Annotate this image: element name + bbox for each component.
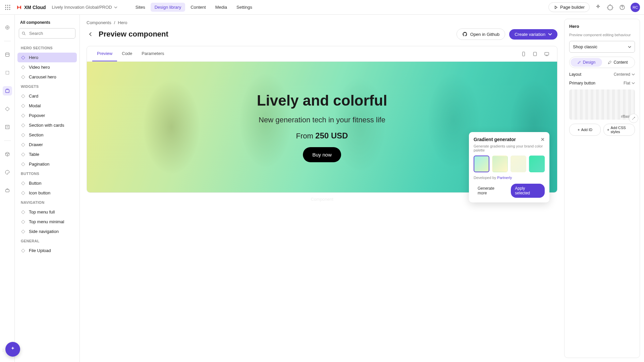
user-avatar[interactable]: RC	[631, 3, 640, 12]
tab-content[interactable]: Content	[602, 58, 634, 67]
item-hero[interactable]: Hero	[17, 53, 77, 62]
item-card[interactable]: Card	[17, 91, 77, 101]
create-variation-button[interactable]: Create variation	[509, 29, 557, 40]
topbar: XM Cloud Lively Innovation Global/PROD S…	[0, 0, 644, 15]
help-icon[interactable]	[619, 4, 626, 11]
svg-rect-24	[533, 52, 536, 56]
item-popover[interactable]: Popover	[17, 111, 77, 120]
chevron-down-icon	[548, 32, 552, 36]
breadcrumb-components[interactable]: Components	[87, 20, 111, 25]
page-builder-icon	[553, 5, 558, 10]
section-hero-header: HERO SECTIONS	[17, 43, 77, 53]
nav-design-library[interactable]: Design library	[151, 3, 185, 12]
svg-rect-15	[6, 71, 9, 74]
svg-rect-13	[5, 53, 9, 57]
gradient-generator-popover: Gradient generator ✕ Generate gradients …	[469, 132, 549, 202]
item-top-menu-minimal[interactable]: Top menu minimal	[17, 217, 77, 227]
item-table[interactable]: Table	[17, 149, 77, 159]
item-top-menu-full[interactable]: Top menu full	[17, 207, 77, 217]
item-icon-button[interactable]: Icon button	[17, 188, 77, 198]
item-video-hero[interactable]: Video hero	[17, 62, 77, 72]
partner-link[interactable]: Partnerly	[497, 176, 512, 180]
preset-select[interactable]: Shop classic	[569, 41, 635, 53]
inspector-title: Hero	[569, 24, 635, 29]
open-github-button[interactable]: Open in Github	[457, 28, 505, 40]
project-selector[interactable]: Lively Innovation Global/PROD	[52, 5, 117, 10]
gradient-swatch-4[interactable]	[529, 156, 545, 172]
chevron-down-icon	[114, 6, 117, 9]
gradient-swatch-2[interactable]	[492, 156, 508, 172]
rail-layout-icon[interactable]	[3, 50, 12, 59]
product-logo[interactable]: XM Cloud	[16, 4, 46, 10]
popover-title: Gradient generator	[474, 137, 516, 142]
close-icon[interactable]: ✕	[541, 137, 545, 142]
nav-media[interactable]: Media	[211, 3, 231, 12]
rail-palette-icon[interactable]	[3, 168, 12, 177]
nav-content[interactable]: Content	[186, 3, 210, 12]
item-modal[interactable]: Modal	[17, 101, 77, 111]
svg-line-22	[24, 34, 25, 35]
add-css-button[interactable]: +Add CSS styles	[603, 124, 635, 136]
item-section[interactable]: Section	[17, 130, 77, 140]
all-components-title: All components	[17, 19, 77, 28]
nav-settings[interactable]: Settings	[232, 3, 256, 12]
viewport-desktop-icon[interactable]	[544, 51, 550, 57]
item-drawer[interactable]: Drawer	[17, 140, 77, 149]
viewport-mobile-icon[interactable]	[521, 51, 526, 57]
breadcrumb-hero[interactable]: Hero	[118, 20, 127, 25]
item-carousel-hero[interactable]: Carousel hero	[17, 72, 77, 82]
item-section-cards[interactable]: Section with cards	[17, 120, 77, 130]
svg-point-8	[9, 9, 10, 10]
section-buttons-header: BUTTONS	[17, 169, 77, 178]
nav-sites[interactable]: Sites	[131, 3, 149, 12]
inspector-panel: Hero Preview component editing behaviour…	[564, 19, 640, 358]
tab-parameters[interactable]: Parameters	[137, 46, 169, 61]
svg-point-10	[622, 8, 623, 9]
item-file-upload[interactable]: File Upload	[17, 246, 77, 255]
tab-preview[interactable]: Preview	[92, 46, 117, 61]
generate-more-button[interactable]: Generate more	[474, 184, 508, 198]
prop-layout[interactable]: Layout Centered	[569, 72, 635, 77]
magic-wand-icon[interactable]	[629, 114, 638, 123]
gradient-swatch-3[interactable]	[511, 156, 526, 172]
rail-home-icon[interactable]	[3, 23, 12, 32]
item-pagination[interactable]: Pagination	[17, 159, 77, 169]
popover-subtitle: Generate gradients using your brand colo…	[474, 144, 545, 152]
prop-primary-button[interactable]: Primary button Flat	[569, 81, 635, 85]
section-navigation-header: NAVIGATION	[17, 198, 77, 207]
inspector-tabs: Design Content	[569, 57, 635, 68]
apply-selected-button[interactable]: Apply selected	[511, 184, 545, 198]
image-thumbnail[interactable]: r/Basi…	[569, 89, 635, 120]
tab-design[interactable]: Design	[571, 58, 602, 67]
page-builder-button[interactable]: Page builder	[548, 2, 590, 12]
rail-diamond-icon[interactable]	[3, 104, 12, 114]
svg-rect-16	[5, 89, 9, 93]
svg-point-6	[5, 9, 6, 10]
apps-grid-icon[interactable]	[4, 4, 11, 11]
rail-list-icon[interactable]	[3, 122, 12, 132]
assistant-fab[interactable]	[5, 342, 20, 357]
item-side-navigation[interactable]: Side navigation	[17, 227, 77, 236]
rail-frame-icon[interactable]	[3, 68, 12, 77]
rail-briefcase-icon[interactable]	[3, 186, 12, 195]
svg-point-0	[5, 5, 6, 6]
viewport-tablet-icon[interactable]	[532, 51, 538, 57]
section-general-header: GENERAL	[17, 236, 77, 246]
tab-code[interactable]: Code	[117, 46, 137, 61]
svg-point-4	[7, 7, 8, 8]
item-button[interactable]: Button	[17, 178, 77, 188]
developed-by: Developed by Partnerly	[474, 176, 545, 180]
hero-subtitle: New generation tech in your fitness life	[259, 116, 385, 124]
extension-icon[interactable]	[606, 4, 614, 11]
hero-buy-button[interactable]: Buy now	[303, 147, 341, 162]
sparkle-icon[interactable]	[594, 4, 602, 11]
gradient-swatch-1[interactable]	[474, 156, 489, 172]
search-input[interactable]	[19, 28, 75, 39]
rail-package-icon[interactable]	[3, 149, 12, 159]
add-id-button[interactable]: +Add ID	[569, 124, 601, 136]
rail-components-icon[interactable]	[3, 86, 12, 96]
svg-point-11	[5, 26, 9, 29]
left-rail	[0, 15, 15, 362]
inspector-subtitle: Preview component editing behaviour	[569, 33, 635, 37]
back-button[interactable]	[87, 30, 95, 38]
